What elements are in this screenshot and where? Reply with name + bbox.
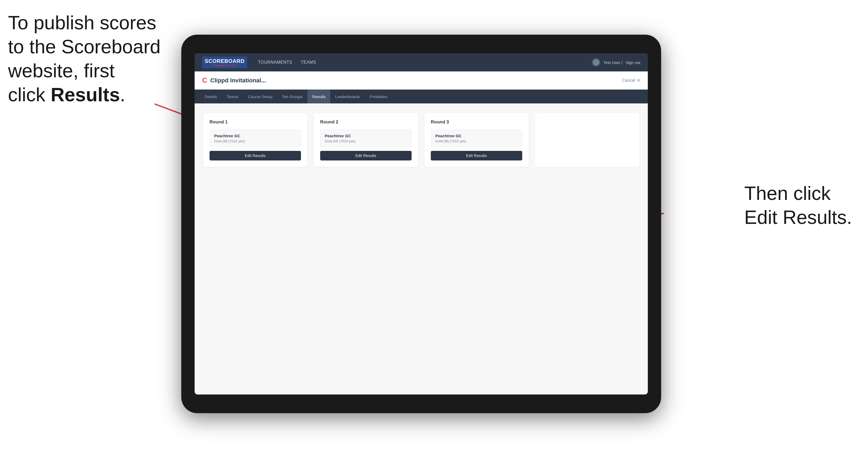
tab-leaderboards[interactable]: Leaderboards xyxy=(330,90,365,103)
round-2-edit-results-button[interactable]: Edit Results xyxy=(320,151,412,160)
left-instruction: To publish scores to the Scoreboard webs… xyxy=(8,11,160,106)
tablet-device: SCOREBOARD Powered by clippd TOURNAMENTS… xyxy=(181,35,661,413)
clippd-c-logo: C xyxy=(202,76,207,85)
round-2-course-detail: Gold (M) (7010 yds) xyxy=(325,139,407,143)
round-3-title: Round 3 xyxy=(431,119,522,125)
edit-results-highlight: Edit Results xyxy=(744,207,847,228)
round-1-card: Round 1 Peachtree GC Gold (M) (7010 yds)… xyxy=(203,113,307,167)
results-highlight: Results xyxy=(51,84,120,105)
tab-course-setup[interactable]: Course Setup xyxy=(243,90,277,103)
tab-teams[interactable]: Teams xyxy=(222,90,243,103)
tournament-title-area: C Clippd Invitational... xyxy=(202,76,266,85)
user-avatar xyxy=(592,58,600,67)
tournaments-nav-link[interactable]: TOURNAMENTS xyxy=(258,60,292,65)
tournament-header: C Clippd Invitational... Cancel ✕ xyxy=(195,71,648,90)
round-1-course-card: Peachtree GC Gold (M) (7010 yds) xyxy=(210,129,301,147)
round-1-title: Round 1 xyxy=(210,119,301,125)
tab-printables[interactable]: Printables xyxy=(365,90,392,103)
round-2-card: Round 2 Peachtree GC Gold (M) (7010 yds)… xyxy=(314,113,418,167)
teams-nav-link[interactable]: TEAMS xyxy=(301,60,316,65)
sign-out-link[interactable]: Sign out xyxy=(626,60,640,65)
tablet-screen: SCOREBOARD Powered by clippd TOURNAMENTS… xyxy=(195,53,648,395)
tab-tee-groups[interactable]: Tee Groups xyxy=(277,90,308,103)
round-3-card: Round 3 Peachtree GC Gold (M) (7010 yds)… xyxy=(425,113,529,167)
nav-user-area: Test User | Sign out xyxy=(592,58,640,67)
tournament-name: Clippd Invitational... xyxy=(210,77,266,84)
top-nav: SCOREBOARD Powered by clippd TOURNAMENTS… xyxy=(195,53,648,71)
round-2-course-name: Peachtree GC xyxy=(325,133,407,138)
round-3-course-detail: Gold (M) (7010 yds) xyxy=(435,139,518,143)
tab-details[interactable]: Details xyxy=(200,90,222,103)
round-3-edit-results-button[interactable]: Edit Results xyxy=(431,151,522,160)
logo-area: SCOREBOARD Powered by clippd xyxy=(202,57,247,68)
round-3-course-name: Peachtree GC xyxy=(435,133,518,138)
round-2-course-card: Peachtree GC Gold (M) (7010 yds) xyxy=(320,129,412,147)
round-1-course-detail: Gold (M) (7010 yds) xyxy=(214,139,297,143)
round-2-title: Round 2 xyxy=(320,119,412,125)
rounds-grid: Round 1 Peachtree GC Gold (M) (7010 yds)… xyxy=(203,113,639,167)
right-instruction: Then click Edit Results. xyxy=(744,181,852,229)
nav-links: TOURNAMENTS TEAMS xyxy=(258,60,592,65)
round-1-course-name: Peachtree GC xyxy=(214,133,297,138)
cancel-button[interactable]: Cancel ✕ xyxy=(622,78,640,83)
user-name: Test User | xyxy=(603,60,622,65)
round-3-course-card: Peachtree GC Gold (M) (7010 yds) xyxy=(431,129,522,147)
left-instruction-text: To publish scores to the Scoreboard webs… xyxy=(8,12,160,105)
round-1-edit-results-button[interactable]: Edit Results xyxy=(210,151,301,160)
main-content: Round 1 Peachtree GC Gold (M) (7010 yds)… xyxy=(195,103,648,395)
right-instruction-text: Then click Edit Results. xyxy=(744,183,852,228)
scoreboard-logo: SCOREBOARD Powered by clippd xyxy=(202,57,247,68)
tab-results[interactable]: Results xyxy=(307,90,330,103)
tab-bar: Details Teams Course Setup Tee Groups Re… xyxy=(195,90,648,103)
avatar-image xyxy=(593,59,599,66)
round-4-empty-card xyxy=(535,113,639,167)
